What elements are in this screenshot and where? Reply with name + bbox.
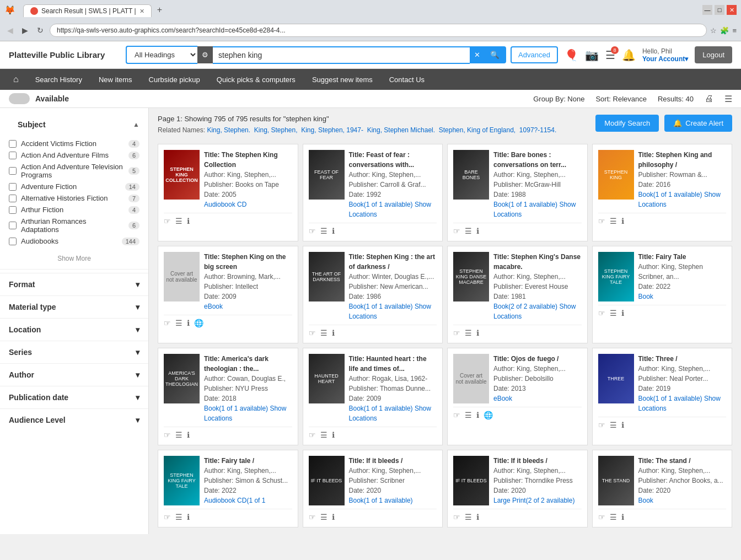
hand-icon[interactable]: ☞ — [598, 217, 605, 225]
nav-search-history[interactable]: Search History — [28, 71, 90, 88]
close-btn[interactable]: ✕ — [727, 5, 737, 15]
card-format-link[interactable]: Book(1 of 1 available) — [638, 395, 702, 402]
hand-icon[interactable]: ☞ — [453, 411, 460, 419]
card-format-link[interactable]: Audiobook CD(1 of 1 — [204, 497, 265, 504]
list-action-icon[interactable]: ☰ — [175, 430, 182, 439]
search-db-icon-btn[interactable]: ⚙ — [197, 46, 213, 63]
info-icon[interactable]: ℹ — [187, 319, 190, 327]
card-format-link[interactable]: Audiobook CD — [204, 201, 246, 208]
facet-checkbox-6[interactable] — [9, 222, 17, 229]
search-clear-btn[interactable]: ✕ — [470, 46, 485, 63]
info-icon[interactable]: ℹ — [332, 329, 335, 337]
related-name-2[interactable]: King, Stephen, 1947- — [301, 126, 363, 134]
card-format-link[interactable]: Book — [638, 293, 653, 300]
search-go-btn[interactable]: 🔍 — [485, 46, 506, 63]
info-icon[interactable]: ℹ — [621, 217, 624, 225]
facet-checkbox-3[interactable] — [9, 183, 17, 191]
card-format-link[interactable]: eBook — [493, 395, 512, 402]
info-icon[interactable]: ℹ — [621, 421, 624, 429]
create-alert-btn[interactable]: 🔔 Create Alert — [664, 115, 732, 132]
account-area[interactable]: Hello, Phil Your Account▾ — [642, 47, 688, 63]
facet-item[interactable]: Audiobooks 144 — [9, 235, 139, 247]
card-format-link[interactable]: Book(2 of 2 available) — [493, 303, 557, 310]
facet-item[interactable]: Adventure Fiction 14 — [9, 181, 139, 192]
card-format-link[interactable]: Book(1 of 1 available) — [349, 303, 413, 310]
nav-curbside-pickup[interactable]: Curbside pickup — [141, 71, 208, 88]
facet-item[interactable]: Action And Adventure Television Programs… — [9, 161, 139, 181]
list-action-icon[interactable]: ☰ — [175, 217, 182, 225]
hand-icon[interactable]: ☞ — [598, 309, 605, 317]
notification-icon-wrapper[interactable]: 📷 — [585, 49, 599, 62]
info-icon[interactable]: ℹ — [187, 513, 190, 521]
list-action-icon[interactable]: ☰ — [320, 329, 327, 337]
hand-icon[interactable]: ☞ — [598, 421, 605, 429]
info-icon[interactable]: ℹ — [476, 411, 479, 419]
balloon-icon[interactable]: 🎈 — [565, 49, 578, 62]
hand-icon[interactable]: ☞ — [164, 513, 171, 521]
list-action-icon[interactable]: ☰ — [320, 430, 327, 439]
list-action-icon[interactable]: ☰ — [465, 513, 472, 521]
view-list-icon[interactable]: ☰ — [724, 94, 732, 104]
list-action-icon[interactable]: ☰ — [175, 319, 182, 327]
list-action-icon[interactable]: ☰ — [465, 329, 472, 337]
location-section[interactable]: Location ▾ — [0, 318, 148, 341]
list-action-icon[interactable]: ☰ — [610, 421, 617, 429]
tab-close-btn[interactable]: ✕ — [139, 8, 144, 15]
related-name-1[interactable]: King, Stephen, — [254, 126, 298, 134]
material-type-section[interactable]: Material type ▾ — [0, 295, 148, 318]
related-name-0[interactable]: King, Stephen. — [207, 126, 250, 134]
refresh-btn[interactable]: ↻ — [34, 25, 46, 36]
card-format-link[interactable]: Book(1 of 1 available) — [349, 497, 413, 504]
nav-suggest-new[interactable]: Suggest new items — [304, 71, 380, 88]
hand-icon[interactable]: ☞ — [309, 430, 316, 439]
advanced-search-btn[interactable]: Advanced — [511, 46, 558, 63]
nav-new-items[interactable]: New items — [91, 71, 140, 88]
format-section[interactable]: Format ▾ — [0, 273, 148, 295]
facet-item[interactable]: Alternative Histories Fiction 7 — [9, 192, 139, 204]
card-format-link[interactable]: eBook — [204, 303, 223, 310]
facet-checkbox-2[interactable] — [9, 167, 17, 175]
publication-date-section[interactable]: Publication date ▾ — [0, 386, 148, 408]
info-icon[interactable]: ℹ — [621, 513, 624, 521]
list-action-icon[interactable]: ☰ — [610, 309, 617, 317]
hand-icon[interactable]: ☞ — [598, 513, 605, 521]
card-format-link[interactable]: Book(1 of 1 available) — [493, 201, 557, 208]
facet-item[interactable]: Action And Adventure Films 6 — [9, 149, 139, 161]
info-icon[interactable]: ℹ — [332, 513, 335, 521]
forward-btn[interactable]: ▶ — [19, 25, 31, 36]
globe-icon[interactable]: 🌐 — [484, 411, 493, 419]
extensions-icon[interactable]: 🧩 — [720, 26, 729, 35]
your-account-link[interactable]: Your Account▾ — [642, 55, 688, 63]
author-section[interactable]: Author ▾ — [0, 363, 148, 386]
bell-icon[interactable]: 🔔 — [622, 49, 636, 62]
globe-icon[interactable]: 🌐 — [194, 319, 203, 327]
search-input[interactable] — [213, 46, 470, 64]
list-action-icon[interactable]: ☰ — [320, 513, 327, 521]
facet-checkbox-0[interactable] — [9, 140, 17, 148]
facet-checkbox-4[interactable] — [9, 195, 17, 202]
available-toggle[interactable] — [9, 93, 30, 104]
info-icon[interactable]: ℹ — [332, 227, 335, 235]
info-icon[interactable]: ℹ — [476, 329, 479, 337]
print-icon[interactable]: 🖨 — [705, 94, 713, 104]
series-section[interactable]: Series ▾ — [0, 341, 148, 363]
facet-checkbox-5[interactable] — [9, 206, 17, 214]
logout-btn[interactable]: Logout — [695, 46, 732, 63]
active-tab[interactable]: Search Result | SWLS | PLATT | ✕ — [23, 4, 152, 17]
address-input[interactable] — [50, 24, 707, 37]
hand-icon[interactable]: ☞ — [309, 227, 316, 235]
subject-section-header[interactable]: Subject ▲ — [0, 114, 148, 136]
audience-level-section[interactable]: Audience Level ▾ — [0, 408, 148, 431]
card-format-link[interactable]: Book(1 of 1 available) — [349, 405, 413, 412]
list-action-icon[interactable]: ☰ — [610, 217, 617, 225]
info-icon[interactable]: ℹ — [621, 309, 624, 317]
nav-contact-us[interactable]: Contact Us — [382, 71, 432, 88]
info-icon[interactable]: ℹ — [187, 430, 190, 439]
search-type-select[interactable]: All Headings — [126, 46, 197, 64]
info-icon[interactable]: ℹ — [187, 217, 190, 225]
facet-item[interactable]: Accident Victims Fiction 4 — [9, 138, 139, 149]
info-icon[interactable]: ℹ — [332, 430, 335, 439]
hand-icon[interactable]: ☞ — [164, 430, 171, 439]
card-format-link[interactable]: Book(1 of 1 available) — [204, 405, 268, 412]
list-action-icon[interactable]: ☰ — [175, 513, 182, 521]
